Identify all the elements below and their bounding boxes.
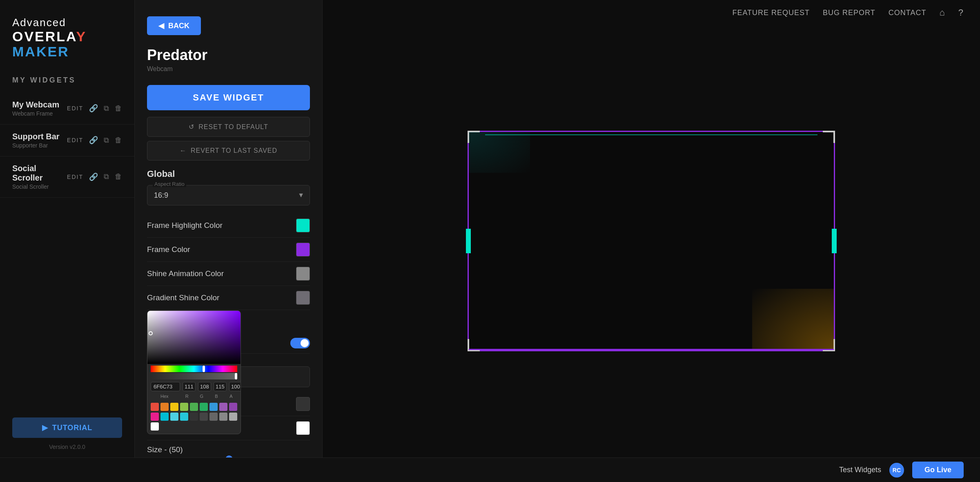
aspect-ratio-select[interactable]: 16:9 4:3 1:1 9:16 <box>147 185 310 205</box>
widget-list: My Webcam Webcam Frame EDIT 🔗 ⧉ 🗑 Suppor… <box>0 93 134 405</box>
widget-item-sub: Supporter Bar <box>12 142 60 149</box>
revert-to-last-saved-button[interactable]: ← REVERT TO LAST SAVED <box>147 141 310 161</box>
logo-overlay: OVERLA <box>12 29 76 44</box>
hex-input[interactable] <box>151 382 180 391</box>
r-input[interactable] <box>183 382 196 391</box>
size-label: Size - (50) <box>147 445 310 454</box>
contact-link[interactable]: CONTACT <box>889 9 927 17</box>
widget-item-sub: Social Scroller <box>12 183 67 190</box>
alpha-bar[interactable] <box>151 373 237 379</box>
text-color-swatch[interactable] <box>296 421 310 435</box>
save-widget-button[interactable]: SAVE WIDGET <box>147 85 310 110</box>
b-label: B <box>210 394 223 399</box>
sidebar: Advanced OVERLAY MAKER MY WIDGETS My Web… <box>0 0 135 482</box>
revert-icon: ← <box>180 147 187 154</box>
hue-slider-handle[interactable] <box>203 366 205 372</box>
copy-icon[interactable]: ⧉ <box>104 172 109 181</box>
a-input[interactable] <box>229 382 241 391</box>
swatch-dark1[interactable] <box>190 413 198 421</box>
swatch-yellow[interactable] <box>170 403 178 411</box>
reset-label: RESET TO DEFAULT <box>198 123 268 131</box>
back-button[interactable]: ◀ BACK <box>147 16 201 35</box>
frame-outer <box>468 131 835 351</box>
delete-icon[interactable]: 🗑 <box>115 104 122 113</box>
swatch-purple2[interactable] <box>229 403 237 411</box>
aspect-ratio-wrapper: Aspect Ratio 16:9 4:3 1:1 9:16 ▼ <box>147 185 310 205</box>
link-icon[interactable]: 🔗 <box>89 136 98 145</box>
frame-highlight-color-swatch[interactable] <box>296 219 310 232</box>
widget-item-info: My Webcam Webcam Frame <box>12 100 59 117</box>
logo-advanced: Advanced <box>12 16 122 29</box>
swatch-pink[interactable] <box>151 413 159 421</box>
swatch-red[interactable] <box>151 403 159 411</box>
widget-item: My Webcam Webcam Frame EDIT 🔗 ⧉ 🗑 <box>0 93 134 125</box>
link-icon[interactable]: 🔗 <box>89 104 98 113</box>
swatch-green3[interactable] <box>200 403 208 411</box>
delete-icon[interactable]: 🗑 <box>115 172 122 181</box>
edit-button[interactable]: EDIT <box>67 105 83 112</box>
swatch-cyan2[interactable] <box>170 413 178 421</box>
color-gradient-area[interactable] <box>147 311 241 364</box>
widget-item: Social Scroller Social Scroller EDIT 🔗 ⧉… <box>0 156 134 198</box>
frame-highlight-color-row: Frame Highlight Color <box>147 214 310 238</box>
swatch-purple1[interactable] <box>219 403 227 411</box>
copy-icon[interactable]: ⧉ <box>104 136 109 145</box>
hue-bar[interactable] <box>151 366 237 372</box>
swatch-green1[interactable] <box>180 403 188 411</box>
reset-to-default-button[interactable]: ↺ RESET TO DEFAULT <box>147 117 310 137</box>
delete-icon[interactable]: 🗑 <box>115 136 122 145</box>
help-icon[interactable]: ? <box>958 7 964 18</box>
edit-button[interactable]: EDIT <box>67 174 83 180</box>
edit-button[interactable]: EDIT <box>67 137 83 143</box>
right-panel: FEATURE REQUEST BUG REPORT CONTACT ⌂ ? <box>323 0 980 482</box>
link-icon[interactable]: 🔗 <box>89 172 98 181</box>
back-arrow-icon: ◀ <box>158 21 164 30</box>
color-values-row <box>147 379 241 394</box>
gradient-shine-color-swatch[interactable] <box>296 291 310 305</box>
logo-main: OVERLAY MAKER <box>12 29 122 60</box>
swatch-gray1[interactable] <box>209 413 218 421</box>
widget-item-sub: Webcam Frame <box>12 110 59 117</box>
frame-top-line <box>485 134 817 135</box>
feature-request-link[interactable]: FEATURE REQUEST <box>732 9 810 17</box>
enable-toggle[interactable] <box>290 338 310 348</box>
swatch-cyan1[interactable] <box>160 413 169 421</box>
swatch-teal[interactable] <box>180 413 188 421</box>
home-icon[interactable]: ⌂ <box>939 7 945 18</box>
color-picker-cursor <box>149 331 153 335</box>
color-picker-popup: Hex R G B A <box>147 310 241 434</box>
swatch-dark2[interactable] <box>200 413 208 421</box>
shine-animation-color-row: Shine Animation Color <box>147 262 310 286</box>
r-label: R <box>181 394 193 399</box>
swatch-gray2[interactable] <box>219 413 227 421</box>
corner-tr <box>823 131 835 143</box>
swatch-gray3[interactable] <box>229 413 237 421</box>
notch-right <box>832 229 837 253</box>
notch-left <box>466 229 471 253</box>
widget-subtitle: Webcam <box>147 65 310 73</box>
tutorial-label: TUTORIAL <box>52 424 93 432</box>
widget-item-info: Social Scroller Social Scroller <box>12 164 67 190</box>
reset-icon: ↺ <box>189 123 194 131</box>
frame-color-swatch[interactable] <box>296 243 310 257</box>
bottom-bar: Test Widgets RC Go Live <box>0 457 980 482</box>
widget-title: Predator <box>147 47 310 64</box>
swatch-blue1[interactable] <box>209 403 218 411</box>
bg-color-swatch[interactable] <box>296 397 310 411</box>
g-input[interactable] <box>198 382 211 391</box>
swatch-green2[interactable] <box>190 403 198 411</box>
swatch-white[interactable] <box>151 422 159 431</box>
bug-report-link[interactable]: BUG REPORT <box>823 9 875 17</box>
a-label: A <box>225 394 237 399</box>
go-live-button[interactable]: Go Live <box>912 462 964 478</box>
version-label: Version v2.0.0 <box>49 444 85 450</box>
widget-item-name: My Webcam <box>12 100 59 109</box>
tutorial-button[interactable]: ▶ TUTORIAL <box>12 417 122 438</box>
alpha-slider-handle[interactable] <box>235 373 237 379</box>
b-input[interactable] <box>214 382 227 391</box>
user-avatar[interactable]: RC <box>889 463 904 478</box>
revert-label: REVERT TO LAST SAVED <box>191 147 277 154</box>
swatch-orange[interactable] <box>160 403 169 411</box>
copy-icon[interactable]: ⧉ <box>104 104 109 113</box>
shine-animation-color-swatch[interactable] <box>296 267 310 281</box>
